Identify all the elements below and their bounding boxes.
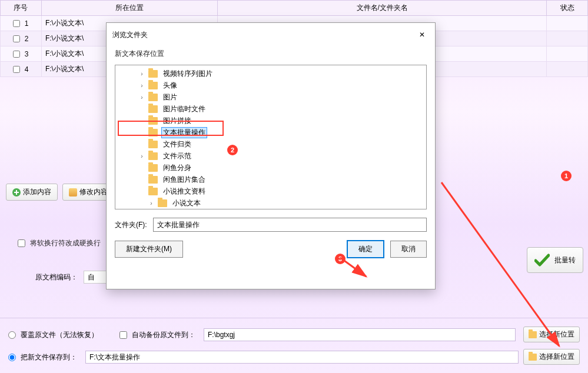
folder-icon [148, 152, 158, 160]
choose-save-location-button[interactable]: 选择新位置 [523, 349, 580, 365]
tree-item-label: 图片 [161, 92, 179, 103]
tree-item-label: 文本批量操作 [161, 127, 207, 138]
annotation-badge-1: 1 [561, 171, 572, 181]
tree-item-label: 文件示范 [161, 151, 193, 162]
tree-item[interactable]: 图片临时文件 [115, 103, 426, 115]
dialog-title: 浏览文件夹 [112, 30, 148, 40]
folder-field-label: 文件夹(F): [115, 220, 147, 230]
overwrite-radio[interactable] [8, 331, 16, 339]
th-loc: 所在位置 [41, 1, 217, 16]
add-icon [12, 188, 21, 197]
folder-icon [148, 70, 158, 78]
tree-item-label: 文件归类 [161, 139, 193, 150]
folder-icon [148, 176, 158, 184]
saveas-radio[interactable] [8, 354, 16, 361]
tree-item[interactable]: 闲鱼图片集合 [115, 174, 426, 185]
expand-arrow-icon[interactable]: › [139, 94, 145, 101]
add-content-button[interactable]: 添加内容 [6, 184, 58, 201]
folder-icon [529, 331, 537, 338]
folder-icon [148, 82, 158, 89]
new-folder-button[interactable]: 新建文件夹(M) [115, 241, 183, 258]
folder-icon [529, 354, 537, 361]
autobak-checkbox[interactable] [119, 331, 127, 339]
choose-bak-location-button[interactable]: 选择新位置 [523, 327, 580, 342]
tree-item[interactable]: ›头像 [115, 79, 426, 91]
tree-item[interactable]: 小说推文资料 [115, 185, 426, 197]
saveas-label: 把新文件保存到： [21, 352, 77, 362]
folder-icon [148, 164, 158, 172]
tree-item-label: 小说文本 [171, 198, 202, 209]
folder-icon [148, 141, 158, 148]
tree-item-label: 图片临时文件 [161, 104, 207, 115]
tree-item-label: 视频转序列图片 [161, 68, 214, 79]
tree-item-label: 图片拼接 [161, 115, 193, 126]
th-state: 状态 [547, 1, 588, 16]
edit-icon [69, 188, 77, 197]
tree-item[interactable]: 文本批量操作 [115, 126, 426, 138]
tree-item-label: 闲鱼图片集合 [161, 174, 207, 185]
expand-arrow-icon[interactable]: › [139, 153, 145, 159]
th-seq: 序号 [1, 1, 42, 16]
dialog-subtitle: 新文本保存位置 [107, 46, 435, 65]
row-checkbox[interactable] [13, 35, 20, 42]
tree-item[interactable]: 文件归类 [115, 138, 426, 150]
choose-label-2: 选择新位置 [539, 352, 574, 362]
encoding-label: 原文档编码： [35, 272, 78, 282]
tree-item[interactable]: ›视频转序列图片 [115, 68, 426, 79]
ok-button[interactable]: 确定 [347, 240, 384, 258]
folder-tree[interactable]: ›视频转序列图片›头像›图片图片临时文件图片拼接文本批量操作文件归类›文件示范闲… [115, 65, 427, 209]
folder-icon [148, 188, 158, 195]
tree-item[interactable]: 图片拼接 [115, 115, 426, 126]
folder-icon [158, 199, 167, 207]
tree-item-label: 头像 [161, 80, 179, 91]
folder-icon [148, 94, 158, 101]
encoding-input[interactable] [84, 271, 107, 284]
choose-label-1: 选择新位置 [539, 329, 574, 339]
row-state [547, 31, 588, 46]
batch-convert-button[interactable]: 批量转 [527, 247, 583, 273]
row-checkbox[interactable] [13, 66, 20, 73]
check-icon [534, 254, 550, 267]
row-state [547, 62, 588, 77]
row-checkbox[interactable] [13, 51, 20, 58]
close-button[interactable]: ✕ [415, 28, 429, 42]
autobak-label: 自动备份原文件到： [132, 330, 195, 340]
edit-label: 修改内容 [79, 187, 108, 197]
tree-item[interactable]: 闲鱼分身 [115, 162, 426, 174]
cancel-button[interactable]: 取消 [390, 241, 427, 258]
folder-icon [148, 129, 158, 136]
tree-item[interactable]: ›小说文本 [115, 197, 426, 209]
row-state [547, 16, 588, 31]
tree-item-label: 小说推文资料 [161, 186, 207, 197]
bak-path-input[interactable] [204, 328, 516, 341]
close-icon: ✕ [419, 31, 425, 39]
softwrap-checkbox[interactable] [18, 239, 25, 247]
overwrite-label: 覆盖原文件（无法恢复） [21, 330, 98, 340]
expand-arrow-icon[interactable]: › [148, 200, 154, 207]
browse-folder-dialog: 浏览文件夹 ✕ 新文本保存位置 ›视频转序列图片›头像›图片图片临时文件图片拼接… [106, 22, 436, 289]
tree-item[interactable]: ›文件示范 [115, 150, 426, 162]
save-path-input[interactable] [85, 351, 519, 364]
folder-icon [148, 105, 158, 113]
row-state [547, 46, 588, 62]
softwrap-label: 将软换行符改成硬换行 [30, 238, 101, 248]
batch-convert-label: 批量转 [554, 255, 576, 265]
tree-item[interactable]: ›图片 [115, 91, 426, 103]
expand-arrow-icon[interactable]: › [139, 71, 145, 77]
expand-arrow-icon[interactable]: › [139, 82, 145, 89]
annotation-badge-3: 3 [335, 254, 346, 264]
folder-icon [148, 117, 158, 125]
th-name: 文件名/文件夹名 [218, 1, 547, 16]
add-label: 添加内容 [23, 187, 51, 197]
tree-item-label: 闲鱼分身 [161, 162, 193, 174]
folder-name-input[interactable] [153, 218, 427, 232]
row-checkbox[interactable] [13, 20, 20, 27]
annotation-badge-2: 2 [227, 145, 238, 155]
